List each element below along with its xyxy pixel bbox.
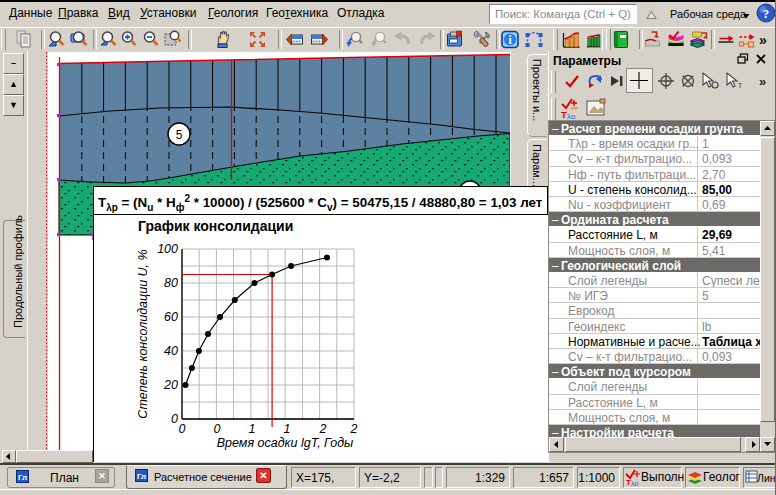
svg-text:2: 2 bbox=[350, 422, 358, 436]
svg-text:100: 100 bbox=[157, 242, 178, 256]
svg-text:40: 40 bbox=[164, 344, 178, 358]
svg-text:80: 80 bbox=[164, 276, 178, 290]
svg-text:?: ? bbox=[763, 6, 770, 21]
svg-text:0: 0 bbox=[179, 422, 186, 436]
svg-text:5: 5 bbox=[176, 128, 183, 142]
svg-text:0: 0 bbox=[171, 412, 178, 426]
svg-text:1: 1 bbox=[249, 422, 256, 436]
svg-text:2: 2 bbox=[319, 422, 327, 436]
svg-text:т: т bbox=[738, 80, 742, 90]
svg-text:0: 0 bbox=[214, 422, 221, 436]
svg-text:1: 1 bbox=[284, 422, 291, 436]
svg-text:Время осадки lgT, Годы: Время осадки lgT, Годы bbox=[217, 436, 354, 450]
svg-text:λр: λр bbox=[567, 112, 576, 119]
svg-text:Степень консолидации U, %: Степень консолидации U, % bbox=[136, 249, 150, 418]
svg-text:60: 60 bbox=[164, 310, 178, 324]
svg-text:20: 20 bbox=[163, 378, 178, 392]
svg-text:λр: λр bbox=[631, 480, 639, 486]
